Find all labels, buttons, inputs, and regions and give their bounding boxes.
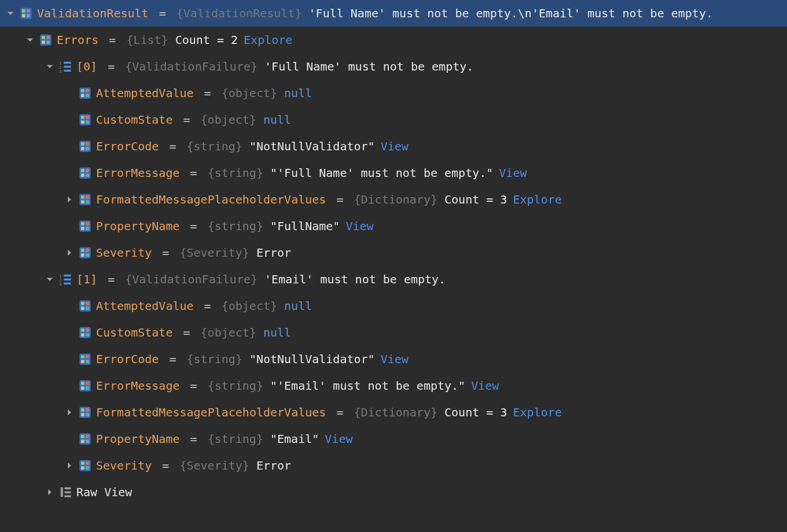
object-icon [79,246,91,259]
property-value: "'Email' must not be empty." [270,379,465,393]
property-row[interactable]: PropertyName = {string} "Email"View [0,426,787,452]
item-summary: 'Email' must not be empty. [264,272,446,286]
view-link[interactable]: View [381,139,409,153]
property-row[interactable]: Severity = {Severity} Error [0,239,787,266]
property-row[interactable]: ErrorMessage = {string} "'Full Name' mus… [0,160,787,186]
list-item-row[interactable]: [1] = {ValidationFailure} 'Email' must n… [0,266,787,293]
object-icon [79,300,91,312]
object-icon [79,379,91,392]
object-icon [79,113,91,126]
property-row[interactable]: Severity = {Severity} Error [0,452,787,479]
expand-toggle[interactable] [64,247,75,258]
property-value: "NotNullValidator" [249,139,375,153]
property-name: CustomState [96,113,172,127]
raw-view-row[interactable]: Raw View [0,479,787,505]
expand-toggle[interactable] [64,407,75,418]
explore-link[interactable]: Explore [244,33,292,47]
view-link[interactable]: View [499,166,527,180]
property-row[interactable]: ErrorCode = {string} "NotNullValidator"V… [0,346,787,372]
property-type: {string} [208,166,263,180]
object-icon [79,220,91,232]
view-link[interactable]: Explore [513,193,561,206]
property-value: null [284,86,312,100]
property-name: ErrorCode [96,352,159,366]
property-value: Count = 3 [444,193,507,206]
expand-toggle[interactable] [44,274,56,285]
property-row[interactable]: AttemptedValue = {object} null [0,80,787,106]
view-link[interactable]: View [471,379,499,393]
property-value: null [263,113,291,127]
property-name: PropertyName [96,432,180,446]
expand-toggle[interactable] [64,460,75,471]
property-name: FormattedMessagePlaceholderValues [96,193,326,206]
expand-toggle[interactable] [64,194,75,205]
item-type: {ValidationFailure} [125,272,258,286]
list-item-row[interactable]: [0] = {ValidationFailure} 'Full Name' mu… [0,53,787,80]
object-icon [79,193,91,206]
variable-value: 'Full Name' must not be empty.\n'Email' … [309,6,713,20]
property-type: {List} [126,33,168,47]
list-item-icon [59,273,72,286]
item-summary: 'Full Name' must not be empty. [264,60,473,73]
property-name: ErrorMessage [96,379,180,393]
property-type: {object} [201,113,256,127]
property-row[interactable]: ErrorCode = {string} "NotNullValidator"V… [0,133,787,160]
property-row[interactable]: FormattedMessagePlaceholderValues = {Dic… [0,186,787,213]
object-icon [79,459,91,472]
view-link[interactable]: View [325,432,352,446]
property-type: {string} [208,379,263,393]
raw-view-label: Raw View [76,485,132,499]
item-type: {ValidationFailure} [125,60,258,73]
property-name: Severity [96,246,152,260]
expand-toggle[interactable] [5,8,16,19]
property-row[interactable]: FormattedMessagePlaceholderValues = {Dic… [0,399,787,426]
view-link[interactable]: View [345,219,373,233]
property-name: AttemptedValue [96,299,194,313]
property-row[interactable]: AttemptedValue = {object} null [0,293,787,319]
property-row[interactable]: CustomState = {object} null [0,106,787,133]
object-icon [79,326,91,339]
object-icon [20,7,32,20]
root-row[interactable]: ValidationResult = {ValidationResult} 'F… [0,0,787,27]
raw-view-icon [59,486,72,498]
property-name: ErrorMessage [96,166,180,180]
list-item-icon [59,60,72,73]
errors-row[interactable]: Errors = {List} Count = 2Explore [0,27,787,53]
property-name: FormattedMessagePlaceholderValues [96,405,326,419]
property-value: null [263,326,291,339]
property-type: {Severity} [179,459,249,472]
expand-toggle[interactable] [44,486,56,498]
property-row[interactable]: CustomState = {object} null [0,319,787,346]
expand-toggle[interactable] [24,34,36,46]
property-value: "Email" [270,432,319,446]
view-link[interactable]: View [381,352,409,366]
property-name: Errors [57,33,98,47]
property-type: {Dictionary} [354,405,437,419]
property-type: {string} [187,139,242,153]
object-icon [79,87,91,99]
property-type: {string} [187,352,242,366]
property-value: Error [256,246,291,260]
property-type: {object} [201,326,256,339]
property-name: ErrorCode [96,139,159,153]
property-name: CustomState [96,326,172,339]
object-icon [79,140,91,153]
property-row[interactable]: ErrorMessage = {string} "'Email' must no… [0,372,787,399]
expand-toggle[interactable] [44,61,56,72]
property-value: "FullName" [270,219,340,233]
property-name: AttemptedValue [96,86,194,100]
item-index: [0] [76,60,97,73]
object-icon [39,34,52,46]
property-row[interactable]: PropertyName = {string} "FullName"View [0,213,787,239]
property-type: {object} [222,86,277,100]
property-name: PropertyName [96,219,180,233]
property-value: Error [256,459,291,472]
property-value: "NotNullValidator" [249,352,375,366]
view-link[interactable]: Explore [513,405,561,419]
property-value: "'Full Name' must not be empty." [270,166,493,180]
object-icon [79,433,91,445]
variable-name: ValidationResult [37,6,149,20]
property-value: null [284,299,312,313]
object-icon [79,353,91,365]
object-icon [79,406,91,419]
